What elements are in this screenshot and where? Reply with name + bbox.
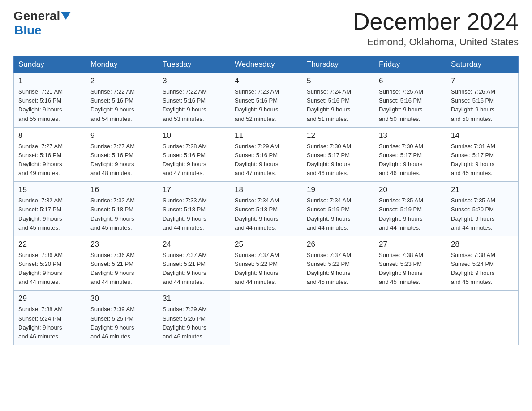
day-number: 16 <box>90 185 153 194</box>
sunset-label: Sunset: 5:16 PM <box>18 152 61 158</box>
day-info: Sunrise: 7:26 AM Sunset: 5:16 PM Dayligh… <box>451 87 514 124</box>
day-number: 15 <box>18 185 81 194</box>
day-number: 14 <box>451 131 514 140</box>
day-info: Sunrise: 7:25 AM Sunset: 5:16 PM Dayligh… <box>379 87 442 124</box>
sunrise-label: Sunrise: 7:37 AM <box>235 252 279 258</box>
table-row: 30 Sunrise: 7:39 AM Sunset: 5:25 PM Dayl… <box>86 291 158 345</box>
table-row: 28 Sunrise: 7:38 AM Sunset: 5:24 PM Dayl… <box>446 236 519 291</box>
col-thursday: Thursday <box>302 56 374 73</box>
daylight-label: Daylight: 9 hours <box>90 324 134 331</box>
sunset-label: Sunset: 5:18 PM <box>90 206 133 213</box>
daylight-label: Daylight: 9 hours <box>90 161 134 167</box>
table-row <box>302 291 374 345</box>
day-number: 28 <box>451 240 514 249</box>
calendar-week-row: 1 Sunrise: 7:21 AM Sunset: 5:16 PM Dayli… <box>14 73 519 128</box>
table-row: 2 Sunrise: 7:22 AM Sunset: 5:16 PM Dayli… <box>86 73 158 128</box>
sunset-label: Sunset: 5:16 PM <box>90 97 133 104</box>
day-number: 7 <box>451 77 514 86</box>
day-info: Sunrise: 7:38 AM Sunset: 5:24 PM Dayligh… <box>451 251 514 287</box>
sunrise-label: Sunrise: 7:29 AM <box>235 143 279 150</box>
daylight-minutes: and 50 minutes. <box>451 116 493 122</box>
logo-blue-text: Blue <box>14 23 42 37</box>
day-info: Sunrise: 7:30 AM Sunset: 5:17 PM Dayligh… <box>379 142 442 178</box>
col-friday: Friday <box>374 56 446 73</box>
logo: General Blue <box>13 9 71 38</box>
table-row: 10 Sunrise: 7:28 AM Sunset: 5:16 PM Dayl… <box>158 127 230 182</box>
day-number: 6 <box>379 77 442 86</box>
daylight-minutes: and 48 minutes. <box>90 170 132 176</box>
daylight-label: Daylight: 9 hours <box>18 106 62 113</box>
day-info: Sunrise: 7:34 AM Sunset: 5:18 PM Dayligh… <box>235 196 297 232</box>
sunrise-label: Sunrise: 7:22 AM <box>163 88 207 95</box>
sunrise-label: Sunrise: 7:36 AM <box>90 252 135 258</box>
sunset-label: Sunset: 5:17 PM <box>451 152 494 158</box>
daylight-minutes: and 44 minutes. <box>235 278 276 285</box>
day-info: Sunrise: 7:36 AM Sunset: 5:20 PM Dayligh… <box>18 251 81 287</box>
day-info: Sunrise: 7:38 AM Sunset: 5:23 PM Dayligh… <box>379 251 442 287</box>
day-number: 31 <box>163 294 225 303</box>
day-info: Sunrise: 7:37 AM Sunset: 5:22 PM Dayligh… <box>235 251 297 287</box>
day-number: 13 <box>379 131 442 140</box>
table-row: 1 Sunrise: 7:21 AM Sunset: 5:16 PM Dayli… <box>14 73 86 128</box>
day-info: Sunrise: 7:35 AM Sunset: 5:20 PM Dayligh… <box>451 196 514 232</box>
daylight-minutes: and 46 minutes. <box>163 333 204 340</box>
sunrise-label: Sunrise: 7:33 AM <box>163 197 207 204</box>
day-info: Sunrise: 7:32 AM Sunset: 5:17 PM Dayligh… <box>18 196 81 232</box>
day-number: 2 <box>90 77 153 86</box>
daylight-minutes: and 44 minutes. <box>163 224 204 231</box>
table-row: 21 Sunrise: 7:35 AM Sunset: 5:20 PM Dayl… <box>446 182 519 236</box>
day-info: Sunrise: 7:39 AM Sunset: 5:25 PM Dayligh… <box>90 305 153 341</box>
col-saturday: Saturday <box>446 56 519 73</box>
sunset-label: Sunset: 5:16 PM <box>90 152 133 158</box>
sunset-label: Sunset: 5:17 PM <box>307 152 350 158</box>
day-info: Sunrise: 7:29 AM Sunset: 5:16 PM Dayligh… <box>235 142 297 178</box>
table-row: 25 Sunrise: 7:37 AM Sunset: 5:22 PM Dayl… <box>230 236 302 291</box>
sunset-label: Sunset: 5:22 PM <box>235 261 278 267</box>
daylight-minutes: and 44 minutes. <box>379 224 420 231</box>
daylight-label: Daylight: 9 hours <box>451 106 495 113</box>
sunset-label: Sunset: 5:16 PM <box>451 97 494 104</box>
daylight-minutes: and 52 minutes. <box>235 116 276 122</box>
day-info: Sunrise: 7:27 AM Sunset: 5:16 PM Dayligh… <box>18 142 81 178</box>
table-row <box>230 291 302 345</box>
sunset-label: Sunset: 5:21 PM <box>90 261 133 267</box>
daylight-minutes: and 44 minutes. <box>18 278 60 285</box>
day-info: Sunrise: 7:37 AM Sunset: 5:21 PM Dayligh… <box>163 251 225 287</box>
daylight-label: Daylight: 9 hours <box>379 106 423 113</box>
day-number: 1 <box>18 77 81 86</box>
sunset-label: Sunset: 5:19 PM <box>307 206 350 213</box>
daylight-minutes: and 44 minutes. <box>163 278 204 285</box>
calendar-week-row: 29 Sunrise: 7:38 AM Sunset: 5:24 PM Dayl… <box>14 291 519 345</box>
sunrise-label: Sunrise: 7:37 AM <box>163 252 207 258</box>
table-row: 24 Sunrise: 7:37 AM Sunset: 5:21 PM Dayl… <box>158 236 230 291</box>
day-info: Sunrise: 7:21 AM Sunset: 5:16 PM Dayligh… <box>18 87 81 124</box>
day-info: Sunrise: 7:22 AM Sunset: 5:16 PM Dayligh… <box>163 87 225 124</box>
sunrise-label: Sunrise: 7:30 AM <box>379 143 423 150</box>
table-row: 15 Sunrise: 7:32 AM Sunset: 5:17 PM Dayl… <box>14 182 86 236</box>
day-number: 19 <box>307 185 369 194</box>
day-number: 30 <box>90 294 153 303</box>
daylight-label: Daylight: 9 hours <box>307 215 351 222</box>
sunset-label: Sunset: 5:16 PM <box>235 152 278 158</box>
day-info: Sunrise: 7:32 AM Sunset: 5:18 PM Dayligh… <box>90 196 153 232</box>
table-row: 19 Sunrise: 7:34 AM Sunset: 5:19 PM Dayl… <box>302 182 374 236</box>
sunrise-label: Sunrise: 7:21 AM <box>18 88 63 95</box>
sunset-label: Sunset: 5:18 PM <box>163 206 206 213</box>
sunset-label: Sunset: 5:16 PM <box>307 97 350 104</box>
table-row <box>446 291 519 345</box>
sunset-label: Sunset: 5:24 PM <box>451 261 494 267</box>
sunset-label: Sunset: 5:24 PM <box>18 315 61 322</box>
col-tuesday: Tuesday <box>158 56 230 73</box>
sunrise-label: Sunrise: 7:34 AM <box>235 197 279 204</box>
day-number: 20 <box>379 185 442 194</box>
daylight-minutes: and 44 minutes. <box>90 278 132 285</box>
daylight-label: Daylight: 9 hours <box>18 270 62 276</box>
day-number: 5 <box>307 77 369 86</box>
daylight-label: Daylight: 9 hours <box>451 270 495 276</box>
sunrise-label: Sunrise: 7:37 AM <box>307 252 351 258</box>
table-row: 5 Sunrise: 7:24 AM Sunset: 5:16 PM Dayli… <box>302 73 374 128</box>
daylight-label: Daylight: 9 hours <box>451 161 495 167</box>
daylight-minutes: and 47 minutes. <box>235 170 276 176</box>
daylight-label: Daylight: 9 hours <box>235 215 279 222</box>
daylight-minutes: and 45 minutes. <box>379 278 420 285</box>
